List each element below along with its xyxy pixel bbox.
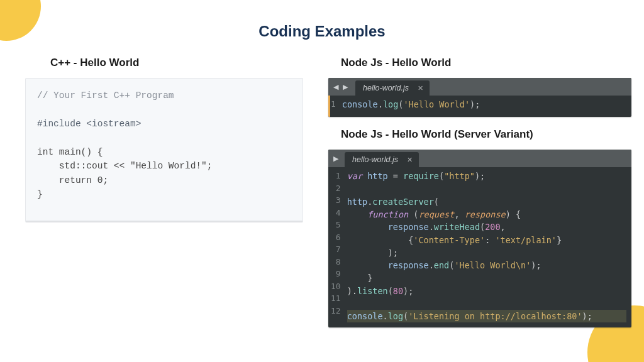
node2-tabbar: ▶ hello-world.js ✕: [328, 150, 631, 167]
cpp-include: #include <iostream>: [37, 119, 141, 129]
line-num: 8: [331, 256, 341, 268]
left-column: C++ - Hello World // Your First C++ Prog…: [0, 50, 322, 362]
line-num: 1: [331, 170, 341, 182]
cpp-l4: }: [37, 189, 43, 199]
node1-section-title: Node Js - Hello World: [341, 57, 631, 69]
node1-tabbar: ◀ ▶ hello-world.js ✕: [328, 78, 631, 96]
cpp-l2: std::cout << "Hello World!";: [37, 161, 212, 171]
line-num: 7: [331, 243, 341, 256]
node2-tab-label: hello-world.js: [352, 155, 398, 164]
cpp-l3: return 0;: [37, 175, 108, 185]
node1-code: console.log('Hello World');: [342, 98, 626, 111]
tok-log: log: [383, 99, 398, 109]
page-title: Coding Examples: [0, 23, 644, 40]
line-num: 9: [331, 268, 341, 280]
cpp-l1: int main() {: [37, 147, 103, 157]
node1-tab[interactable]: hello-world.js ✕: [355, 80, 430, 96]
right-column: Node Js - Hello World ◀ ▶ hello-world.js…: [322, 50, 644, 362]
tok-str: 'Hello World': [403, 99, 470, 109]
node1-gutter: 1: [331, 98, 342, 111]
node2-body: 1 2 3 4 5 6 7 8 9 10 11 12 var http = re…: [328, 167, 631, 327]
node2-gutter: 1 2 3 4 5 6 7 8 9 10 11 12: [331, 170, 347, 322]
cpp-section-title: C++ - Hello World: [50, 57, 303, 69]
line-num: 4: [331, 207, 341, 219]
line-num: 10: [331, 280, 341, 293]
play-icon[interactable]: ▶: [333, 155, 338, 163]
node1-tab-label: hello-world.js: [363, 84, 409, 92]
close-icon[interactable]: ✕: [418, 84, 423, 92]
tok-console: console: [342, 99, 378, 109]
line-num: 2: [331, 182, 341, 195]
content-grid: C++ - Hello World // Your First C++ Prog…: [0, 50, 644, 362]
node2-section-title: Node Js - Hello World (Server Variant): [341, 128, 631, 141]
line-num: 1: [331, 98, 336, 111]
line-num: 11: [331, 292, 341, 305]
node1-body: 1 console.log('Hello World');: [328, 96, 631, 117]
line-num: 5: [331, 219, 341, 231]
line-num: 6: [331, 231, 341, 244]
close-icon[interactable]: ✕: [407, 156, 413, 164]
cpp-code-block: // Your First C++ Program #include <iost…: [25, 78, 303, 222]
node2-editor: ▶ hello-world.js ✕ 1 2 3 4 5 6 7: [328, 150, 631, 327]
line-num: 3: [331, 194, 341, 207]
line-num: 12: [331, 305, 341, 317]
cpp-comment: // Your First C++ Program: [37, 90, 174, 101]
nav-arrows-icon[interactable]: ◀ ▶: [333, 83, 349, 91]
node2-tab[interactable]: hello-world.js ✕: [345, 152, 419, 167]
node1-editor: ◀ ▶ hello-world.js ✕ 1 console.log('Hell…: [328, 78, 631, 117]
node2-code: var http = require("http"); http.createS…: [347, 170, 626, 322]
